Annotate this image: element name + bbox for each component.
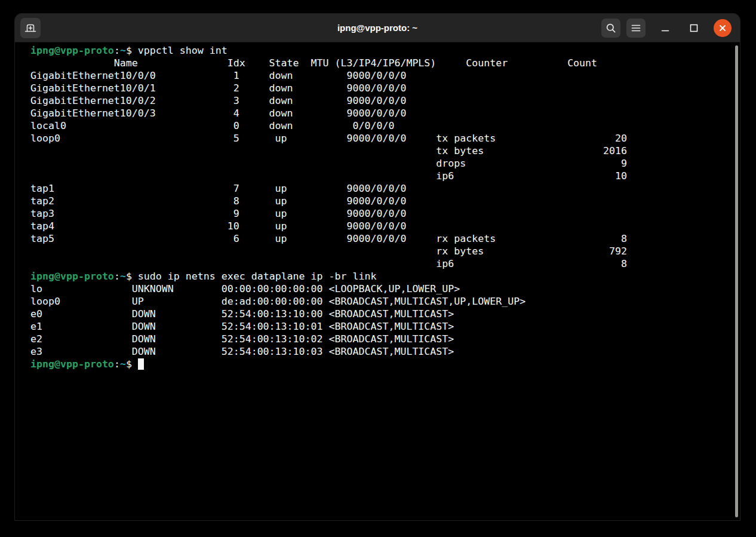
terminal-window: ipng@vpp-proto: ~ xyxy=(14,13,740,521)
maximize-icon xyxy=(689,23,699,33)
terminal-line: ipng@vpp-proto:~$ vppctl show int xyxy=(30,44,740,57)
terminal-line: loop0 UP de:ad:00:00:00:00 <BROADCAST,MU… xyxy=(30,295,740,308)
terminal-text-segment: $ xyxy=(126,358,138,370)
terminal-line: e0 DOWN 52:54:00:13:10:00 <BROADCAST,MUL… xyxy=(30,308,740,320)
terminal-line: e2 DOWN 52:54:00:13:10:02 <BROADCAST,MUL… xyxy=(30,333,740,345)
terminal-line: Name Idx State MTU (L3/IP4/IP6/MPLS) Cou… xyxy=(30,57,740,69)
terminal-line: tap1 7 up 9000/0/0/0 xyxy=(30,182,740,195)
terminal-text-segment: vppctl show int xyxy=(138,45,228,56)
terminal-text-segment: : xyxy=(114,358,120,370)
terminal-text-segment: e0 DOWN 52:54:00:13:10:00 <BROADCAST,MUL… xyxy=(30,308,454,320)
terminal-text-segment: tap5 6 up 9000/0/0/0 rx packets 8 xyxy=(30,233,627,244)
terminal-line: ip6 8 xyxy=(30,257,740,270)
terminal-text-segment: e1 DOWN 52:54:00:13:10:01 <BROADCAST,MUL… xyxy=(30,321,454,332)
terminal-line: e3 DOWN 52:54:00:13:10:03 <BROADCAST,MUL… xyxy=(30,345,740,358)
close-icon xyxy=(718,23,727,33)
terminal-text-segment: ipng@vpp-proto xyxy=(30,45,114,56)
terminal[interactable]: ipng@vpp-proto:~$ vppctl show int Name I… xyxy=(15,42,740,521)
terminal-output: ipng@vpp-proto:~$ vppctl show int Name I… xyxy=(15,42,740,370)
terminal-text-segment: tap3 9 up 9000/0/0/0 xyxy=(30,208,406,219)
terminal-line: drops 9 xyxy=(30,157,740,170)
terminal-line: ipng@vpp-proto:~$ xyxy=(30,358,740,370)
terminal-text-segment: tap1 7 up 9000/0/0/0 xyxy=(30,183,406,194)
minimize-icon xyxy=(660,23,670,33)
terminal-line: GigabitEthernet10/0/3 4 down 9000/0/0/0 xyxy=(30,107,740,119)
desktop-background: ipng@vpp-proto: ~ xyxy=(0,0,756,537)
terminal-text-segment: GigabitEthernet10/0/2 3 down 9000/0/0/0 xyxy=(30,95,406,106)
terminal-text-segment: rx bytes 792 xyxy=(30,246,627,257)
terminal-line: tx bytes 2016 xyxy=(30,145,740,157)
terminal-text-segment: ipng@vpp-proto xyxy=(30,358,114,370)
terminal-line: tap2 8 up 9000/0/0/0 xyxy=(30,195,740,207)
terminal-line: rx bytes 792 xyxy=(30,245,740,257)
search-button[interactable] xyxy=(601,19,620,38)
terminal-text-segment: loop0 5 up 9000/0/0/0 tx packets 20 xyxy=(30,133,627,144)
terminal-text-segment: ~ xyxy=(120,271,126,282)
terminal-line: ipng@vpp-proto:~$ sudo ip netns exec dat… xyxy=(30,270,740,283)
hamburger-menu-icon xyxy=(630,22,642,34)
terminal-text-segment: sudo ip netns exec dataplane ip -br link xyxy=(138,271,377,282)
terminal-text-segment: GigabitEthernet10/0/0 1 down 9000/0/0/0 xyxy=(30,70,406,81)
new-tab-button[interactable] xyxy=(20,18,41,38)
terminal-line: tap4 10 up 9000/0/0/0 xyxy=(30,220,740,232)
titlebar[interactable]: ipng@vpp-proto: ~ xyxy=(15,14,740,42)
terminal-line: GigabitEthernet10/0/1 2 down 9000/0/0/0 xyxy=(30,82,740,94)
terminal-text-segment: GigabitEthernet10/0/1 2 down 9000/0/0/0 xyxy=(30,82,406,94)
terminal-text-segment: ~ xyxy=(120,45,126,56)
maximize-button[interactable] xyxy=(685,19,703,37)
terminal-text-segment: Name Idx State MTU (L3/IP4/IP6/MPLS) Cou… xyxy=(30,57,597,69)
close-button[interactable] xyxy=(714,19,732,37)
terminal-text-segment: e3 DOWN 52:54:00:13:10:03 <BROADCAST,MUL… xyxy=(30,346,454,357)
scrollbar-thumb[interactable] xyxy=(735,45,738,517)
terminal-text-segment: local0 0 down 0/0/0/0 xyxy=(30,120,394,131)
new-tab-icon xyxy=(24,22,37,35)
terminal-cursor xyxy=(138,358,144,370)
terminal-text-segment: GigabitEthernet10/0/3 4 down 9000/0/0/0 xyxy=(30,108,406,119)
terminal-text-segment: ~ xyxy=(120,358,126,370)
terminal-text-segment: ipng@vpp-proto xyxy=(30,271,114,282)
terminal-text-segment: e2 DOWN 52:54:00:13:10:02 <BROADCAST,MUL… xyxy=(30,333,454,345)
terminal-line: e1 DOWN 52:54:00:13:10:01 <BROADCAST,MUL… xyxy=(30,320,740,333)
menu-button[interactable] xyxy=(626,19,646,38)
terminal-text-segment: $ xyxy=(126,271,138,282)
terminal-line: local0 0 down 0/0/0/0 xyxy=(30,119,740,132)
terminal-line: GigabitEthernet10/0/2 3 down 9000/0/0/0 xyxy=(30,94,740,107)
terminal-text-segment: lo UNKNOWN 00:00:00:00:00:00 <LOOPBACK,U… xyxy=(30,283,460,294)
terminal-line: GigabitEthernet10/0/0 1 down 9000/0/0/0 xyxy=(30,69,740,82)
terminal-text-segment: loop0 UP de:ad:00:00:00:00 <BROADCAST,MU… xyxy=(30,296,525,307)
terminal-line: ip6 10 xyxy=(30,170,740,182)
terminal-line: tap5 6 up 9000/0/0/0 rx packets 8 xyxy=(30,232,740,245)
terminal-line: loop0 5 up 9000/0/0/0 tx packets 20 xyxy=(30,132,740,145)
terminal-text-segment: tx bytes 2016 xyxy=(30,145,627,157)
terminal-text-segment: ip6 8 xyxy=(30,258,627,269)
terminal-text-segment: tap2 8 up 9000/0/0/0 xyxy=(30,195,406,207)
terminal-line: tap3 9 up 9000/0/0/0 xyxy=(30,207,740,220)
terminal-line: lo UNKNOWN 00:00:00:00:00:00 <LOOPBACK,U… xyxy=(30,283,740,295)
minimize-button[interactable] xyxy=(656,19,674,37)
terminal-text-segment: : xyxy=(114,45,120,56)
terminal-text-segment: tap4 10 up 9000/0/0/0 xyxy=(30,220,406,232)
terminal-text-segment: $ xyxy=(126,45,138,56)
terminal-text-segment: drops 9 xyxy=(30,158,627,169)
terminal-text-segment: ip6 10 xyxy=(30,170,627,182)
terminal-text-segment: : xyxy=(114,271,120,282)
search-icon xyxy=(605,22,617,34)
